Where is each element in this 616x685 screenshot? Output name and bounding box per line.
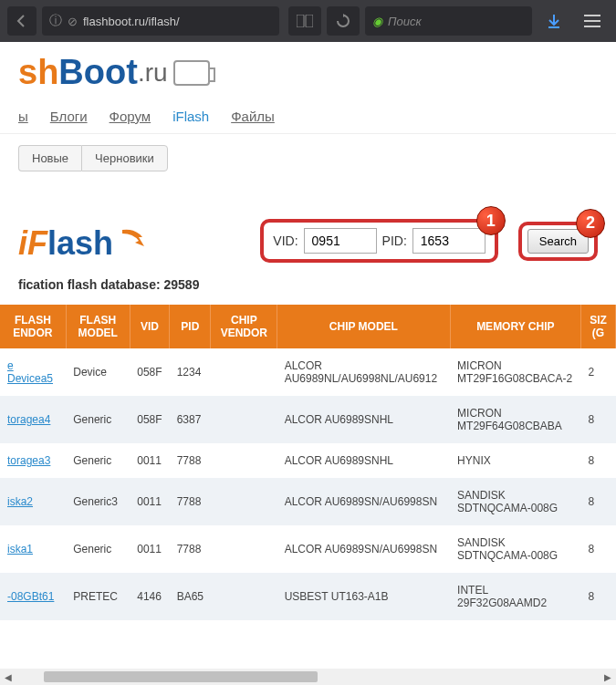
cell-memchip: SANDISK SDTNQCAMA-008G <box>450 525 580 573</box>
table-row: toragea3 Generic 0011 7788 ALCOR AU6989S… <box>0 443 616 478</box>
sub-nav: Новые Черновики <box>0 134 616 182</box>
logo-part1: sh <box>18 53 58 92</box>
svg-rect-0 <box>297 15 304 27</box>
nav-item-forum[interactable]: Форум <box>110 109 151 124</box>
table-row: -08GBt61 PRETEC 4146 BA65 USBEST UT163-A… <box>0 573 616 620</box>
cell-chipvendor <box>211 443 277 478</box>
scroll-right-arrow[interactable]: ▶ <box>600 669 616 685</box>
cell-model: Generic <box>66 396 130 443</box>
table-header-row: FLASH ENDOR FLASH MODEL VID PID CHIP VEN… <box>0 305 616 348</box>
callout-inputs: VID: PID: 1 <box>260 219 497 263</box>
iflash-logo: iFlash <box>18 224 148 263</box>
cell-model: Device <box>66 348 130 396</box>
iflash-i: i <box>18 224 27 263</box>
cell-vid: 4146 <box>130 573 169 620</box>
cell-chipvendor <box>211 525 277 573</box>
subnav-drafts[interactable]: Черновики <box>81 145 168 171</box>
scroll-left-arrow[interactable]: ◀ <box>0 669 16 685</box>
cell-pid: 1234 <box>170 348 211 396</box>
cell-chipvendor <box>211 573 277 620</box>
cell-pid: 7788 <box>170 443 211 478</box>
callout-badge-2: 2 <box>576 209 605 238</box>
cell-chipmodel: ALCOR AU6989SN/AU6998SN <box>277 525 450 573</box>
nav-item-files[interactable]: Файлы <box>231 109 275 124</box>
cell-link[interactable]: iska2 <box>0 478 66 525</box>
th-memchip: MEMORY CHIP <box>450 305 580 348</box>
cell-link[interactable]: e Devicea5 <box>0 348 66 396</box>
search-form: VID: PID: 1 Search 2 <box>260 219 598 263</box>
cell-memchip: MICRON MT29F64G08CBABA <box>450 396 580 443</box>
site-logo[interactable]: shBoot.ru <box>18 53 598 92</box>
th-vid: VID <box>130 305 169 348</box>
downloads-button[interactable] <box>538 5 570 37</box>
search-section: iFlash VID: PID: 1 Search 2 <box>0 182 616 272</box>
cell-link[interactable]: toragea3 <box>0 443 66 478</box>
results-table-wrap[interactable]: FLASH ENDOR FLASH MODEL VID PID CHIP VEN… <box>0 305 616 620</box>
vid-input[interactable] <box>304 228 377 254</box>
cell-model: PRETEC <box>66 573 130 620</box>
cell-chipmodel: ALCOR AU6989NL/AU6998NL/AU6912 <box>277 348 450 396</box>
usb-icon <box>173 60 210 86</box>
cell-pid: 7788 <box>170 478 211 525</box>
main-nav: ы Блоги Форум iFlash Файлы <box>0 99 616 134</box>
table-row: toragea4 Generic 058F 6387 ALCOR AU6989S… <box>0 396 616 443</box>
horizontal-scrollbar[interactable]: ◀ ▶ <box>0 669 616 685</box>
cell-vid: 058F <box>130 396 169 443</box>
cell-link[interactable]: toragea4 <box>0 396 66 443</box>
cell-pid: 6387 <box>170 396 211 443</box>
cell-size: 8 <box>580 573 615 620</box>
results-table: FLASH ENDOR FLASH MODEL VID PID CHIP VEN… <box>0 305 616 620</box>
nav-item-0[interactable]: ы <box>18 109 28 124</box>
pid-label: PID: <box>382 234 407 248</box>
back-button[interactable] <box>7 6 37 36</box>
vid-label: VID: <box>273 234 298 248</box>
cell-vid: 0011 <box>130 443 169 478</box>
th-model: FLASH MODEL <box>66 305 130 348</box>
logo-part2: Boot <box>58 53 138 92</box>
cell-size: 8 <box>580 443 615 478</box>
cell-memchip: HYNIX <box>450 443 580 478</box>
cell-chipvendor <box>211 396 277 443</box>
cell-chipmodel: ALCOR AU6989SN/AU6998SN <box>277 478 450 525</box>
th-chipmodel: CHIP MODEL <box>277 305 450 348</box>
cell-pid: 7788 <box>170 525 211 573</box>
pid-input[interactable] <box>412 228 485 254</box>
browser-toolbar: ⓘ ⊘ flashboot.ru/iflash/ ◉ Поиск <box>0 0 616 42</box>
hamburger-menu[interactable] <box>576 5 609 37</box>
reader-button[interactable] <box>288 6 321 36</box>
url-text: flashboot.ru/iflash/ <box>83 15 180 28</box>
cell-vid: 0011 <box>130 525 169 573</box>
db-count: fication flash database: 29589 <box>0 272 616 297</box>
cell-model: Generic3 <box>66 478 130 525</box>
nav-item-blogs[interactable]: Блоги <box>50 109 88 124</box>
cell-pid: BA65 <box>170 573 211 620</box>
subnav-new[interactable]: Новые <box>18 145 81 171</box>
table-row: iska2 Generic3 0011 7788 ALCOR AU6989SN/… <box>0 478 616 525</box>
cell-link[interactable]: iska1 <box>0 525 66 573</box>
site-logo-area: shBoot.ru <box>0 42 616 99</box>
cell-link[interactable]: -08GBt61 <box>0 573 66 620</box>
info-icon: ⓘ <box>49 13 62 29</box>
svg-rect-1 <box>306 15 313 27</box>
logo-part3: .ru <box>138 58 168 88</box>
callout-search: Search 2 <box>518 222 598 261</box>
th-chipvendor: CHIP VENDOR <box>211 305 277 348</box>
arrow-icon <box>117 224 148 263</box>
iflash-f: F <box>27 224 47 263</box>
cell-memchip: INTEL 29F32G08AAMD2 <box>450 573 580 620</box>
cell-chipvendor <box>211 478 277 525</box>
browser-search[interactable]: ◉ Поиск <box>365 6 532 36</box>
table-row: iska1 Generic 0011 7788 ALCOR AU6989SN/A… <box>0 525 616 573</box>
callout-badge-1: 1 <box>476 206 506 235</box>
reload-button[interactable] <box>327 6 360 36</box>
nav-item-iflash[interactable]: iFlash <box>172 109 209 124</box>
page-content: shBoot.ru ы Блоги Форум iFlash Файлы Нов… <box>0 42 616 685</box>
cell-vid: 058F <box>130 348 169 396</box>
cell-size: 8 <box>580 525 615 573</box>
scroll-thumb[interactable] <box>44 671 318 682</box>
url-bar[interactable]: ⓘ ⊘ flashboot.ru/iflash/ <box>42 6 279 36</box>
table-row: e Devicea5 Device 058F 1234 ALCOR AU6989… <box>0 348 616 396</box>
th-vendor: FLASH ENDOR <box>0 305 66 348</box>
th-pid: PID <box>170 305 211 348</box>
cell-chipvendor <box>211 348 277 396</box>
